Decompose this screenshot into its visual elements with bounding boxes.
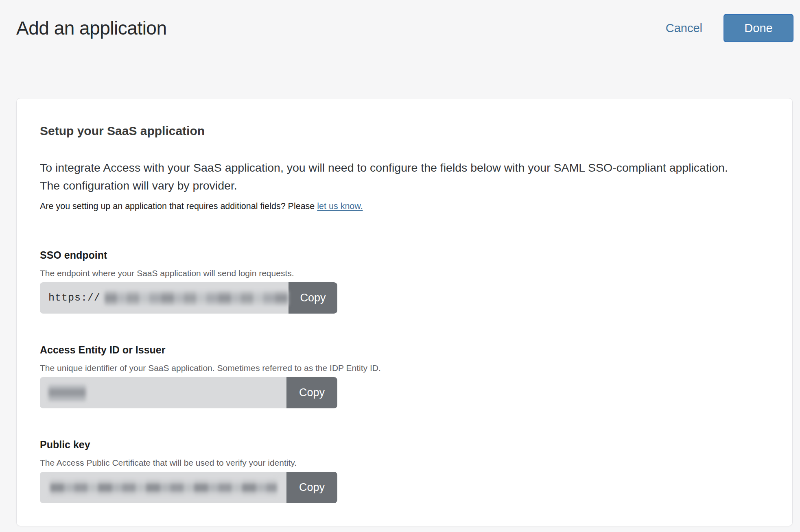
field-label: Public key — [40, 438, 749, 451]
value-prefix: https:// — [48, 292, 101, 304]
field-description: The Access Public Certificate that will … — [40, 458, 749, 468]
copy-field-entity-id: Copy — [40, 377, 337, 408]
copy-field-public-key: Copy — [40, 472, 337, 503]
field-group-entity-id: Access Entity ID or Issuer The unique id… — [40, 344, 749, 408]
cancel-button[interactable]: Cancel — [666, 22, 702, 35]
copy-button[interactable]: Copy — [286, 472, 337, 503]
copy-button[interactable]: Copy — [289, 282, 337, 314]
redacted-value — [105, 291, 289, 305]
field-group-public-key: Public key The Access Public Certificate… — [40, 438, 749, 503]
copy-field-sso-endpoint: https:// Copy — [40, 282, 337, 314]
header-actions: Cancel Done — [666, 14, 793, 42]
field-value — [40, 472, 286, 503]
field-label: SSO endpoint — [40, 249, 749, 261]
redacted-value — [48, 385, 86, 401]
field-value: https:// — [40, 282, 289, 314]
page-header: Add an application Cancel Done — [0, 0, 800, 42]
field-label: Access Entity ID or Issuer — [40, 344, 749, 356]
field-group-sso-endpoint: SSO endpoint The endpoint where your Saa… — [40, 249, 749, 314]
field-description: The unique identifier of your SaaS appli… — [40, 363, 749, 373]
redacted-value — [50, 479, 277, 496]
setup-card: Setup your SaaS application To integrate… — [16, 98, 793, 526]
field-value — [40, 377, 286, 408]
copy-button[interactable]: Copy — [286, 377, 337, 408]
note-text-body: Are you setting up an application that r… — [40, 201, 317, 211]
intro-text: To integrate Access with your SaaS appli… — [40, 159, 749, 194]
field-description: The endpoint where your SaaS application… — [40, 268, 749, 279]
card-title: Setup your SaaS application — [40, 124, 749, 138]
note-text: Are you setting up an application that r… — [40, 200, 749, 212]
let-us-know-link[interactable]: let us know. — [317, 201, 363, 211]
page-title: Add an application — [16, 17, 167, 39]
done-button[interactable]: Done — [723, 14, 793, 42]
